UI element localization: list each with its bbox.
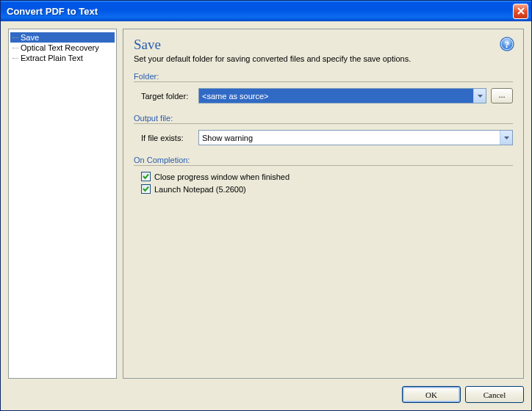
svg-text:?: ? <box>505 39 510 50</box>
main-panel: ? Save Set your default folder for savin… <box>123 29 524 379</box>
checkmark-icon <box>142 172 150 181</box>
ok-button[interactable]: OK <box>402 386 461 403</box>
folder-group: Folder: Target folder: <same as source> … <box>134 72 513 103</box>
output-group-title: Output file: <box>134 114 513 124</box>
browse-button[interactable]: ... <box>491 88 513 103</box>
sidebar-item-extract[interactable]: Extract Plain Text <box>10 53 115 63</box>
file-exists-dropdown-arrow[interactable] <box>500 131 512 145</box>
target-folder-label: Target folder: <box>141 92 194 101</box>
help-icon: ? <box>500 37 514 51</box>
page-title: Save <box>134 37 513 53</box>
window-title: Convert PDF to Text <box>7 6 513 17</box>
folder-group-title: Folder: <box>134 72 513 82</box>
target-folder-select[interactable]: <same as source> <box>198 88 486 103</box>
page-description: Set your default folder for saving conve… <box>134 54 513 63</box>
checkmark-icon <box>142 185 150 193</box>
sidebar-item-save[interactable]: Save <box>10 32 115 43</box>
close-progress-checkbox[interactable] <box>141 172 151 181</box>
cancel-button[interactable]: Cancel <box>465 386 524 403</box>
chevron-down-icon <box>504 137 509 139</box>
completion-group-title: On Completion: <box>134 156 513 166</box>
target-folder-value: <same as source> <box>199 89 473 103</box>
target-folder-dropdown-arrow[interactable] <box>473 89 486 103</box>
sidebar: Save Optical Text Recovery Extract Plain… <box>8 29 117 379</box>
completion-group: On Completion: Close progress window whe… <box>134 156 513 197</box>
close-button[interactable] <box>513 4 528 19</box>
output-group: Output file: If file exists: Show warnin… <box>134 114 513 145</box>
dialog-window: Convert PDF to Text Save Optical Text Re… <box>0 0 532 411</box>
content-area: Save Optical Text Recovery Extract Plain… <box>1 21 531 383</box>
button-bar: OK Cancel <box>1 383 531 410</box>
launch-notepad-checkbox[interactable] <box>141 184 151 194</box>
sidebar-item-optical[interactable]: Optical Text Recovery <box>10 43 115 53</box>
help-button[interactable]: ? <box>500 37 514 51</box>
launch-notepad-label: Launch Notepad (5.2600) <box>154 185 246 194</box>
file-exists-label: If file exists: <box>141 134 194 142</box>
file-exists-value: Show warning <box>199 131 500 145</box>
titlebar: Convert PDF to Text <box>1 1 531 21</box>
close-progress-label: Close progress window when finished <box>154 172 290 181</box>
close-icon <box>517 7 525 15</box>
chevron-down-icon <box>478 95 483 98</box>
file-exists-select[interactable]: Show warning <box>198 130 513 145</box>
